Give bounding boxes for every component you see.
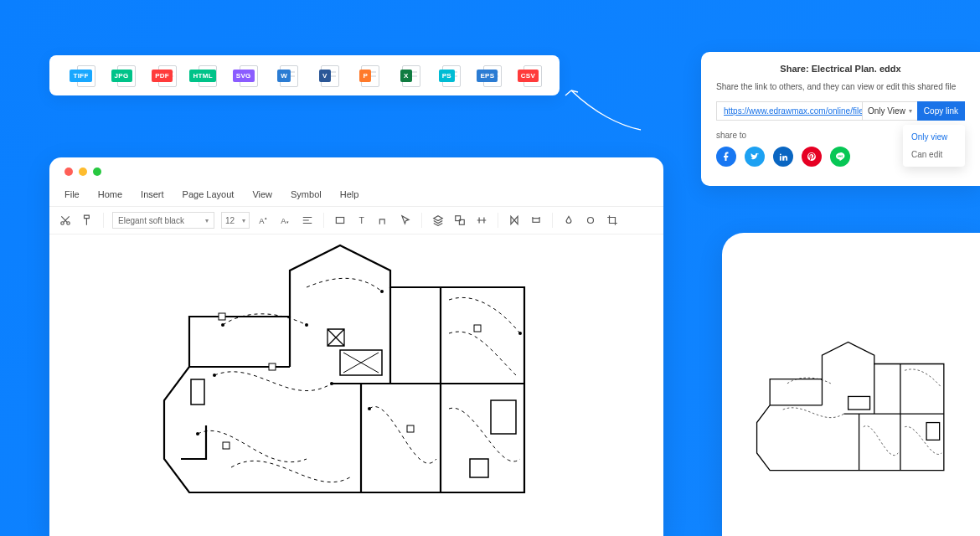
- svg-point-0: [61, 222, 64, 225]
- svg-rect-14: [470, 459, 488, 477]
- font-family-select[interactable]: Elegant soft black ▾: [112, 212, 214, 229]
- line-share-button[interactable]: [830, 147, 850, 167]
- svg-rect-13: [491, 400, 516, 434]
- export-format-svg[interactable]: SVG: [228, 66, 260, 85]
- permission-value: Only View: [868, 106, 905, 116]
- menu-view[interactable]: View: [252, 189, 272, 199]
- svg-point-24: [368, 407, 371, 410]
- export-format-csv[interactable]: CSV: [512, 66, 544, 85]
- editor-canvas[interactable]: [49, 234, 663, 529]
- toolbar: Elegant soft black ▾ 12 ▾ A▴ A▾ T: [49, 207, 663, 234]
- format-badge-label: P: [359, 70, 371, 82]
- distribute-icon[interactable]: [474, 213, 489, 228]
- cut-icon[interactable]: [58, 213, 73, 228]
- layers-icon[interactable]: [431, 213, 446, 228]
- svg-rect-29: [474, 325, 481, 332]
- floorplan-drawing: [139, 241, 575, 509]
- export-format-tiff[interactable]: TIFF: [65, 66, 97, 85]
- floorplan-drawing-small: [744, 322, 970, 497]
- svg-text:A: A: [259, 217, 265, 225]
- dimensions-icon[interactable]: [529, 213, 544, 228]
- flip-icon[interactable]: [507, 213, 522, 228]
- copy-link-button[interactable]: Copy link: [917, 101, 965, 121]
- svg-rect-31: [926, 423, 940, 441]
- export-format-x[interactable]: X: [390, 66, 422, 85]
- fill-icon[interactable]: [561, 213, 576, 228]
- svg-rect-25: [219, 313, 225, 320]
- font-size-select[interactable]: 12 ▾: [221, 212, 250, 229]
- export-format-pdf[interactable]: PDF: [147, 66, 178, 85]
- font-family-value: Elegant soft black: [118, 216, 184, 225]
- menu-help[interactable]: Help: [340, 189, 359, 199]
- linkedin-share-button[interactable]: [773, 147, 793, 167]
- line-style-icon[interactable]: [583, 213, 598, 228]
- svg-rect-6: [336, 218, 343, 224]
- format-badge-label: PDF: [152, 70, 173, 82]
- group-icon[interactable]: [452, 213, 467, 228]
- arrow-decoration: [561, 84, 645, 134]
- permission-select[interactable]: Only View ▾: [862, 101, 917, 121]
- svg-point-11: [588, 218, 594, 224]
- svg-point-21: [213, 374, 216, 377]
- format-badge-label: V: [319, 70, 331, 82]
- facebook-share-button[interactable]: [716, 147, 736, 167]
- svg-point-17: [221, 323, 224, 327]
- export-format-v[interactable]: V: [309, 66, 341, 85]
- align-icon[interactable]: [300, 213, 315, 228]
- increase-font-icon[interactable]: A▴: [256, 213, 271, 228]
- phone-preview: [722, 233, 980, 536]
- format-badge-label: TIFF: [70, 70, 91, 82]
- editor-window: FileHomeInsertPage LayoutViewSymbolHelp …: [49, 157, 663, 536]
- menu-insert[interactable]: Insert: [141, 189, 164, 199]
- export-format-ps[interactable]: PS: [431, 66, 462, 85]
- svg-rect-27: [223, 442, 230, 449]
- svg-text:A: A: [281, 217, 286, 225]
- format-badge-label: W: [277, 70, 291, 82]
- format-badge-label: HTML: [189, 70, 215, 82]
- export-format-html[interactable]: HTML: [187, 66, 219, 85]
- share-url-field[interactable]: https://www.edrawmax.com/online/files: [716, 101, 862, 121]
- svg-point-1: [67, 222, 70, 225]
- svg-rect-26: [269, 363, 276, 370]
- format-badge-label: JPG: [111, 70, 132, 82]
- svg-point-18: [305, 323, 308, 327]
- export-format-eps[interactable]: EPS: [472, 66, 503, 85]
- twitter-share-button[interactable]: [745, 147, 765, 167]
- permission-option[interactable]: Can edit: [903, 146, 965, 163]
- menu-symbol[interactable]: Symbol: [291, 189, 322, 199]
- text-icon[interactable]: T: [354, 213, 369, 228]
- share-dialog-description: Share the link to others, and they can v…: [716, 82, 965, 91]
- svg-point-19: [380, 290, 384, 293]
- connector-icon[interactable]: [376, 213, 391, 228]
- svg-point-23: [196, 432, 199, 436]
- svg-rect-28: [407, 425, 414, 432]
- export-formats-bar: TIFFJPGPDFHTMLSVGWVPXPSEPSCSV: [49, 55, 560, 95]
- minimize-dot[interactable]: [79, 168, 87, 176]
- pointer-icon[interactable]: [398, 213, 413, 228]
- maximize-dot[interactable]: [93, 168, 101, 176]
- rectangle-icon[interactable]: [333, 213, 348, 228]
- menu-page-layout[interactable]: Page Layout: [183, 189, 235, 199]
- menu-file[interactable]: File: [64, 189, 80, 199]
- permission-option[interactable]: Only view: [903, 128, 965, 146]
- format-badge-label: SVG: [233, 70, 255, 82]
- export-format-p[interactable]: P: [349, 66, 381, 85]
- menu-home[interactable]: Home: [98, 189, 122, 199]
- format-badge-label: X: [400, 70, 412, 82]
- svg-text:▾: ▾: [286, 219, 289, 224]
- decrease-font-icon[interactable]: A▾: [278, 213, 293, 228]
- format-painter-icon[interactable]: [80, 213, 95, 228]
- svg-point-20: [518, 332, 522, 335]
- pinterest-share-button[interactable]: [802, 147, 822, 167]
- export-format-jpg[interactable]: JPG: [106, 66, 137, 85]
- share-dialog: Share: Electrical Plan. eddx Share the l…: [701, 52, 980, 186]
- crop-icon[interactable]: [605, 213, 620, 228]
- window-traffic-lights: [49, 157, 663, 183]
- close-dot[interactable]: [64, 168, 73, 176]
- menu-bar: FileHomeInsertPage LayoutViewSymbolHelp: [49, 183, 663, 207]
- format-badge-label: EPS: [477, 70, 498, 82]
- svg-text:▴: ▴: [265, 215, 267, 220]
- svg-point-22: [330, 382, 333, 385]
- export-format-w[interactable]: W: [268, 66, 300, 85]
- chevron-down-icon: ▾: [242, 217, 245, 224]
